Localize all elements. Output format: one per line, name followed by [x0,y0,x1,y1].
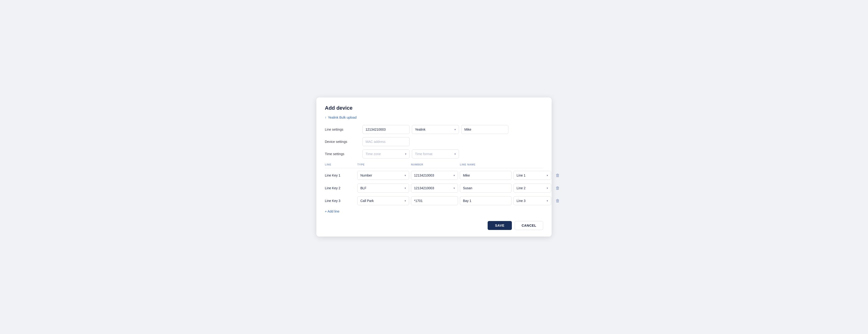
brand-select[interactable]: Yealink ▾ [412,125,459,134]
row1-number-chevron-icon: ▾ [454,174,455,177]
row2-type-value: BLF [360,186,367,190]
row1-line-value: Line 1 [517,174,526,177]
timezone-select[interactable]: Time zone ▾ [363,149,409,158]
device-settings-label: Device settings [325,140,363,144]
row3-number-input[interactable] [411,196,458,205]
row2-number-select[interactable]: 12134210003 ▾ [411,184,458,192]
timeformat-placeholder: Time format [415,152,432,156]
row2-type-select[interactable]: BLF ▾ [357,184,409,192]
col-actions [553,163,562,166]
phone-number-input[interactable] [363,125,409,134]
row3-linename-input[interactable] [460,196,512,205]
col-line-label [514,163,551,166]
time-settings-label: Time settings [325,152,363,156]
table-row: Line Key 3 Call Park ▾ Line 3 ▾ 🗑 [325,194,543,207]
row1-line-chevron-icon: ▾ [547,174,548,177]
row1-line-select[interactable]: Line 1 ▾ [514,171,551,180]
row3-delete-button[interactable]: 🗑 [553,198,562,204]
dialog-footer: SAVE CANCEL [325,219,543,230]
table-header: LINE TYPE NUMBER LINE NAME [325,162,543,168]
device-settings-fields [363,137,543,146]
bulk-upload-label: Yealink Bulk upload [328,116,356,119]
row2-line-label: Line Key 2 [325,186,355,190]
row3-type-value: Call Park [360,199,374,203]
settings-section: Line settings Yealink ▾ Device settings … [325,125,543,158]
table-row: Line Key 2 BLF ▾ 12134210003 ▾ Line 2 ▾ … [325,182,543,194]
line-settings-label: Line settings [325,128,363,131]
row2-line-select[interactable]: Line 2 ▾ [514,184,551,192]
row2-trash-icon: 🗑 [556,186,560,191]
upload-icon: ↑ [325,116,327,119]
row2-delete-button[interactable]: 🗑 [553,185,562,191]
row1-type-select[interactable]: Number ▾ [357,171,409,180]
row2-type-chevron-icon: ▾ [405,187,406,190]
line-settings-fields: Yealink ▾ [363,125,543,134]
timezone-chevron-icon: ▾ [405,153,406,156]
row1-trash-icon: 🗑 [556,173,560,178]
col-type: TYPE [357,163,409,166]
dialog-title: Add device [325,105,543,111]
device-settings-row: Device settings [325,137,543,146]
col-number: NUMBER [411,163,458,166]
line-settings-row: Line settings Yealink ▾ [325,125,543,134]
timeformat-select[interactable]: Time format ▾ [412,149,459,158]
row3-line-label: Line Key 3 [325,199,355,203]
timezone-placeholder: Time zone [366,152,381,156]
mac-address-input[interactable] [363,137,409,146]
line-keys-table: LINE TYPE NUMBER LINE NAME Line Key 1 Nu… [325,162,543,213]
add-device-dialog: Add device ↑ Yealink Bulk upload Line se… [316,97,552,237]
col-line: LINE [325,163,355,166]
brand-chevron-icon: ▾ [455,128,456,131]
timeformat-chevron-icon: ▾ [455,153,456,156]
row1-type-value: Number [360,174,372,177]
cancel-button[interactable]: CANCEL [515,221,543,230]
row2-line-value: Line 2 [517,186,526,190]
row3-trash-icon: 🗑 [556,199,560,203]
row1-line-label: Line Key 1 [325,174,355,177]
row3-type-select[interactable]: Call Park ▾ [357,196,409,205]
row3-line-value: Line 3 [517,199,526,203]
row2-linename-input[interactable] [460,184,512,192]
row3-line-select[interactable]: Line 3 ▾ [514,196,551,205]
bulk-upload-link[interactable]: ↑ Yealink Bulk upload [325,116,356,119]
row2-number-value: 12134210003 [414,186,434,190]
row3-type-chevron-icon: ▾ [405,200,406,203]
row1-number-select[interactable]: 12134210003 ▾ [411,171,458,180]
brand-value: Yealink [415,128,426,131]
time-settings-row: Time settings Time zone ▾ Time format ▾ [325,149,543,158]
row2-number-chevron-icon: ▾ [454,187,455,190]
table-row: Line Key 1 Number ▾ 12134210003 ▾ Line 1… [325,169,543,182]
row1-number-value: 12134210003 [414,174,434,177]
row1-linename-input[interactable] [460,171,512,180]
name-input[interactable] [461,125,508,134]
row1-delete-button[interactable]: 🗑 [553,172,562,179]
time-settings-fields: Time zone ▾ Time format ▾ [363,149,543,158]
row3-line-chevron-icon: ▾ [547,200,548,203]
row1-type-chevron-icon: ▾ [405,174,406,177]
col-line-name: LINE NAME [460,163,512,166]
add-line-button[interactable]: + Add line [325,207,339,213]
row2-line-chevron-icon: ▾ [547,187,548,190]
save-button[interactable]: SAVE [488,221,512,230]
